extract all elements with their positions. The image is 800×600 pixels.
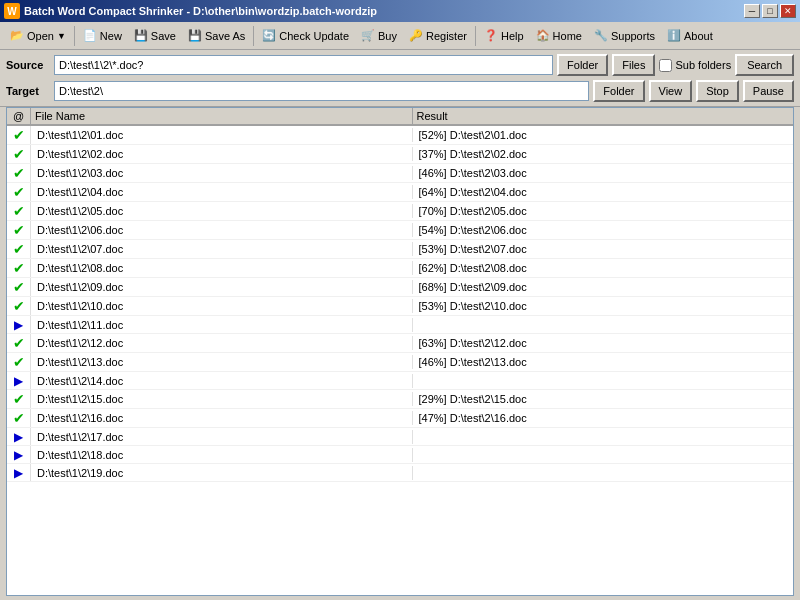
status-check-icon: ✔: [13, 222, 25, 238]
table-row[interactable]: ✔ D:\test\1\2\06.doc [54%] D:\test\2\06.…: [7, 221, 793, 240]
status-arrow-icon: ▶: [14, 318, 23, 332]
cell-result: [413, 436, 794, 438]
separator-1: [74, 26, 75, 46]
menu-supports[interactable]: 🔧 Supports: [588, 24, 661, 48]
table-row[interactable]: ✔ D:\test\1\2\12.doc [63%] D:\test\2\12.…: [7, 334, 793, 353]
table-row[interactable]: ▶ D:\test\1\2\11.doc: [7, 316, 793, 334]
cell-status: ▶: [7, 316, 31, 333]
status-check-icon: ✔: [13, 127, 25, 143]
cell-result: [54%] D:\test\2\06.doc: [413, 223, 794, 237]
table-row[interactable]: ▶ D:\test\1\2\18.doc: [7, 446, 793, 464]
buy-icon: 🛒: [361, 29, 375, 42]
cell-filename: D:\test\1\2\02.doc: [31, 147, 413, 161]
target-folder-button[interactable]: Folder: [593, 80, 644, 102]
target-row: Target Folder View Stop Pause: [6, 80, 794, 102]
title-bar: W Batch Word Compact Shrinker - D:\other…: [0, 0, 800, 22]
table-row[interactable]: ✔ D:\test\1\2\07.doc [53%] D:\test\2\07.…: [7, 240, 793, 259]
about-icon: ℹ️: [667, 29, 681, 42]
table-row[interactable]: ▶ D:\test\1\2\14.doc: [7, 372, 793, 390]
source-input[interactable]: [54, 55, 553, 75]
table-row[interactable]: ✔ D:\test\1\2\05.doc [70%] D:\test\2\05.…: [7, 202, 793, 221]
window-title: Batch Word Compact Shrinker - D:\other\b…: [24, 5, 377, 17]
menu-about[interactable]: ℹ️ About: [661, 24, 719, 48]
menu-buy[interactable]: 🛒 Buy: [355, 24, 403, 48]
cell-filename: D:\test\1\2\12.doc: [31, 336, 413, 350]
close-button[interactable]: ✕: [780, 4, 796, 18]
check-update-icon: 🔄: [262, 29, 276, 42]
menu-open[interactable]: 📂 Open ▼: [4, 24, 72, 48]
search-button[interactable]: Search: [735, 54, 794, 76]
status-check-icon: ✔: [13, 203, 25, 219]
file-list[interactable]: @ File Name Result ✔ D:\test\1\2\01.doc …: [6, 107, 794, 596]
cell-status: ✔: [7, 240, 31, 258]
cell-result: [413, 380, 794, 382]
cell-filename: D:\test\1\2\03.doc: [31, 166, 413, 180]
table-row[interactable]: ✔ D:\test\1\2\15.doc [29%] D:\test\2\15.…: [7, 390, 793, 409]
menu-home[interactable]: 🏠 Home: [530, 24, 588, 48]
cell-status: ✔: [7, 278, 31, 296]
cell-result: [413, 324, 794, 326]
cell-filename: D:\test\1\2\11.doc: [31, 318, 413, 332]
cell-result: [29%] D:\test\2\15.doc: [413, 392, 794, 406]
table-row[interactable]: ✔ D:\test\1\2\08.doc [62%] D:\test\2\08.…: [7, 259, 793, 278]
status-arrow-icon: ▶: [14, 448, 23, 462]
target-input[interactable]: [54, 81, 589, 101]
view-button[interactable]: View: [649, 80, 693, 102]
table-row[interactable]: ▶ D:\test\1\2\19.doc: [7, 464, 793, 482]
cell-status: ✔: [7, 202, 31, 220]
cell-filename: D:\test\1\2\14.doc: [31, 374, 413, 388]
menu-save-as[interactable]: 💾 Save As: [182, 24, 251, 48]
status-arrow-icon: ▶: [14, 374, 23, 388]
cell-result: [62%] D:\test\2\08.doc: [413, 261, 794, 275]
list-header: @ File Name Result: [7, 108, 793, 126]
files-button[interactable]: Files: [612, 54, 655, 76]
cell-filename: D:\test\1\2\04.doc: [31, 185, 413, 199]
table-row[interactable]: ✔ D:\test\1\2\04.doc [64%] D:\test\2\04.…: [7, 183, 793, 202]
maximize-button[interactable]: □: [762, 4, 778, 18]
save-as-icon: 💾: [188, 29, 202, 42]
table-row[interactable]: ✔ D:\test\1\2\16.doc [47%] D:\test\2\16.…: [7, 409, 793, 428]
main-content: Source Folder Files Sub folders Search T…: [0, 50, 800, 600]
cell-status: ▶: [7, 372, 31, 389]
menu-help[interactable]: ❓ Help: [478, 24, 530, 48]
table-row[interactable]: ✔ D:\test\1\2\03.doc [46%] D:\test\2\03.…: [7, 164, 793, 183]
menu-save[interactable]: 💾 Save: [128, 24, 182, 48]
table-row[interactable]: ✔ D:\test\1\2\13.doc [46%] D:\test\2\13.…: [7, 353, 793, 372]
cell-result: [46%] D:\test\2\03.doc: [413, 166, 794, 180]
cell-status: ✔: [7, 297, 31, 315]
pause-button[interactable]: Pause: [743, 80, 794, 102]
separator-3: [475, 26, 476, 46]
open-icon: 📂: [10, 29, 24, 42]
source-folder-button[interactable]: Folder: [557, 54, 608, 76]
list-body: ✔ D:\test\1\2\01.doc [52%] D:\test\2\01.…: [7, 126, 793, 482]
help-icon: ❓: [484, 29, 498, 42]
table-row[interactable]: ✔ D:\test\1\2\02.doc [37%] D:\test\2\02.…: [7, 145, 793, 164]
cell-filename: D:\test\1\2\17.doc: [31, 430, 413, 444]
app-icon: W: [4, 3, 20, 19]
cell-filename: D:\test\1\2\06.doc: [31, 223, 413, 237]
cell-status: ▶: [7, 428, 31, 445]
menu-register[interactable]: 🔑 Register: [403, 24, 473, 48]
subfolders-checkbox[interactable]: [659, 59, 672, 72]
table-row[interactable]: ✔ D:\test\1\2\09.doc [68%] D:\test\2\09.…: [7, 278, 793, 297]
status-check-icon: ✔: [13, 260, 25, 276]
cell-result: [47%] D:\test\2\16.doc: [413, 411, 794, 425]
cell-filename: D:\test\1\2\15.doc: [31, 392, 413, 406]
status-check-icon: ✔: [13, 184, 25, 200]
status-check-icon: ✔: [13, 354, 25, 370]
status-arrow-icon: ▶: [14, 430, 23, 444]
menu-new[interactable]: 📄 New: [77, 24, 128, 48]
stop-button[interactable]: Stop: [696, 80, 739, 102]
menu-check-update[interactable]: 🔄 Check Update: [256, 24, 355, 48]
table-row[interactable]: ✔ D:\test\1\2\10.doc [53%] D:\test\2\10.…: [7, 297, 793, 316]
header-at: @: [7, 108, 31, 124]
status-check-icon: ✔: [13, 335, 25, 351]
cell-status: ✔: [7, 334, 31, 352]
cell-filename: D:\test\1\2\05.doc: [31, 204, 413, 218]
table-row[interactable]: ▶ D:\test\1\2\17.doc: [7, 428, 793, 446]
minimize-button[interactable]: ─: [744, 4, 760, 18]
cell-status: ✔: [7, 409, 31, 427]
status-check-icon: ✔: [13, 146, 25, 162]
table-row[interactable]: ✔ D:\test\1\2\01.doc [52%] D:\test\2\01.…: [7, 126, 793, 145]
cell-filename: D:\test\1\2\16.doc: [31, 411, 413, 425]
